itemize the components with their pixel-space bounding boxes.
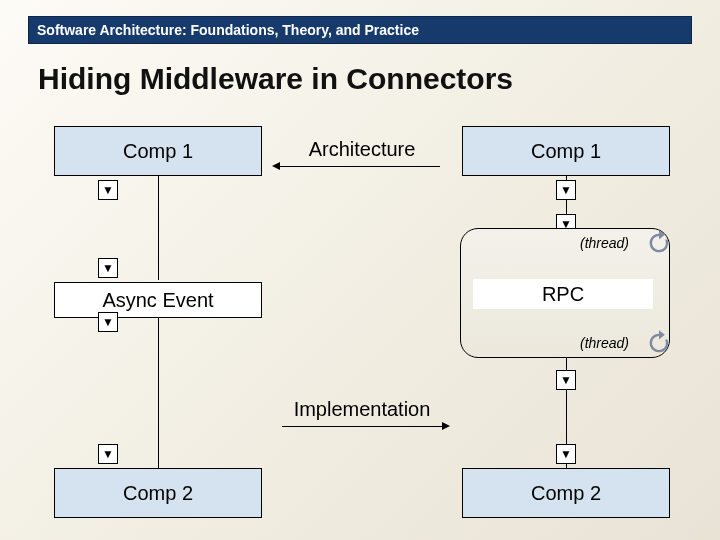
left-port-comp2-in: ▼ — [98, 444, 118, 464]
left-line-async-to-comp2 — [158, 318, 159, 468]
right-port-comp2-in: ▼ — [556, 444, 576, 464]
right-rpc-label: RPC — [542, 283, 584, 306]
slide-title: Hiding Middleware in Connectors — [38, 62, 513, 96]
down-triangle-icon: ▼ — [560, 448, 572, 460]
refresh-icon — [645, 229, 673, 257]
left-async-label: Async Event — [102, 289, 213, 312]
refresh-icon — [645, 329, 673, 357]
slide-header-text: Software Architecture: Foundations, Theo… — [37, 22, 419, 38]
right-comp2-box: Comp 2 — [462, 468, 670, 518]
right-thread1-label: (thread) — [580, 235, 629, 251]
right-port-comp1-out: ▼ — [556, 180, 576, 200]
right-comp2-label: Comp 2 — [531, 482, 601, 505]
slide-header: Software Architecture: Foundations, Theo… — [28, 16, 692, 44]
down-triangle-icon: ▼ — [102, 262, 114, 274]
down-triangle-icon: ▼ — [102, 448, 114, 460]
implementation-label: Implementation — [272, 398, 452, 421]
architecture-arrow-head — [272, 162, 280, 170]
down-triangle-icon: ▼ — [560, 374, 572, 386]
implementation-arrow-head — [442, 422, 450, 430]
right-thread2-label: (thread) — [580, 335, 629, 351]
left-port-async-out: ▼ — [98, 312, 118, 332]
left-comp2-label: Comp 2 — [123, 482, 193, 505]
left-comp1-label: Comp 1 — [123, 140, 193, 163]
down-triangle-icon: ▼ — [102, 184, 114, 196]
right-port-thread-out: ▼ — [556, 370, 576, 390]
architecture-label: Architecture — [272, 138, 452, 161]
left-port-comp1-out: ▼ — [98, 180, 118, 200]
left-comp1-box: Comp 1 — [54, 126, 262, 176]
left-port-async-in: ▼ — [98, 258, 118, 278]
down-triangle-icon: ▼ — [102, 316, 114, 328]
right-thread-container: (thread) RPC (thread) — [460, 228, 670, 358]
architecture-arrow-line — [280, 166, 440, 167]
left-comp2-box: Comp 2 — [54, 468, 262, 518]
right-comp1-box: Comp 1 — [462, 126, 670, 176]
left-line-comp1-to-async — [158, 176, 159, 280]
right-rpc-box: RPC — [473, 279, 653, 309]
left-async-box: Async Event — [54, 282, 262, 318]
right-comp1-label: Comp 1 — [531, 140, 601, 163]
implementation-arrow-line — [282, 426, 442, 427]
down-triangle-icon: ▼ — [560, 184, 572, 196]
